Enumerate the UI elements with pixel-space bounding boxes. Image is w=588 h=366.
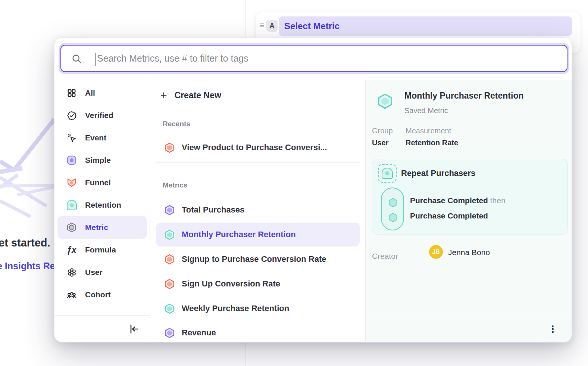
cursor-event-icon <box>66 133 77 143</box>
sidebar-item-label: Simple <box>85 156 111 165</box>
retention-metric-icon <box>377 93 393 109</box>
recents-section-label: Recents <box>163 120 190 128</box>
metric-detail-panel: Monthly Purchaser Retention Saved Metric… <box>366 80 572 342</box>
detail-title: Monthly Purchaser Retention <box>404 91 523 101</box>
user-icon <box>66 267 77 277</box>
funnel-steps-capsule <box>381 187 404 230</box>
metric-item-label: Sign Up Conversion Rate <box>182 279 280 289</box>
list-divider <box>156 162 360 163</box>
retention-metric-icon <box>164 229 175 240</box>
recent-item-label: View Product to Purchase Conversi... <box>182 143 327 152</box>
sidebar-item-label: All <box>85 89 95 97</box>
create-new-label: Create New <box>175 90 221 100</box>
creator-name: Jenna Bono <box>448 248 490 257</box>
verified-badge-icon <box>66 110 77 121</box>
recent-item[interactable]: View Product to Purchase Conversi... <box>156 136 360 159</box>
metric-list-item[interactable]: Sign Up Conversion Rate <box>156 272 360 296</box>
sidebar-item-label: Formula <box>85 245 116 254</box>
sidebar-item-label: Metric <box>85 223 108 232</box>
metrics-section-label: Metrics <box>163 181 188 189</box>
group-label: Group <box>372 127 393 135</box>
sidebar-item-metric[interactable]: Metric <box>57 216 147 239</box>
metric-item-label: Total Purchases <box>182 205 244 215</box>
cohort-icon <box>66 289 77 300</box>
metric-hexagon-icon <box>66 222 77 233</box>
search-input[interactable] <box>61 46 567 71</box>
saved-metric-definition-card: Repeat Purchasers Purchase Completed the… <box>372 159 568 235</box>
metric-list-column: + Create New Recents View Product to Pur… <box>150 80 365 342</box>
retention-cohort-icon <box>378 164 397 183</box>
metric-list-item[interactable]: Total Purchases <box>156 198 360 222</box>
metric-list-item[interactable]: Signup to Purchase Conversion Rate <box>156 247 360 271</box>
step-hexagon-icon <box>388 197 398 208</box>
filter-sidebar: All Verified Event <box>54 82 150 315</box>
metric-list-item-selected[interactable]: Monthly Purchaser Retention <box>156 223 360 246</box>
metric-list-item[interactable]: Weekly Purchase Retention <box>156 297 360 320</box>
formula-icon: ƒx <box>66 245 77 255</box>
detail-subtitle: Saved Metric <box>404 106 448 115</box>
measurement-value: Retention Rate <box>406 139 458 147</box>
metric-item-label: Weekly Purchase Retention <box>182 304 289 313</box>
step-1-text: Purchase Completed then <box>410 196 506 205</box>
sidebar-item-label: Cohort <box>85 290 111 299</box>
retention-icon <box>66 200 77 210</box>
measurement-label: Measurement <box>406 127 451 135</box>
metric-item-label: Signup to Purchase Conversion Rate <box>182 254 326 264</box>
step-hexagon-icon <box>388 212 398 223</box>
metric-item-label: Monthly Purchaser Retention <box>182 230 296 239</box>
sidebar-footer <box>54 315 150 342</box>
saved-card-title: Repeat Purchasers <box>401 168 475 178</box>
creator-label: Creator <box>372 252 398 261</box>
sidebar-item-label: Funnel <box>85 178 111 187</box>
step-2-text: Purchase Completed <box>410 211 488 220</box>
sidebar-item-user[interactable]: User <box>57 261 147 283</box>
funnel-metric-icon <box>164 254 175 265</box>
sidebar-item-funnel[interactable]: Funnel <box>57 171 147 194</box>
metric-item-label: Revenue <box>182 328 216 338</box>
sidebar-item-event[interactable]: Event <box>57 127 147 149</box>
group-value: User <box>372 139 388 147</box>
grid-icon <box>66 88 77 98</box>
sidebar-item-retention[interactable]: Retention <box>57 194 147 216</box>
metric-list-item[interactable]: Revenue <box>156 321 360 342</box>
background-partial-heading: et started. <box>0 237 50 249</box>
drag-handle-icon[interactable]: ≡ <box>258 21 266 30</box>
background-chart-decoration <box>0 108 56 228</box>
collapse-sidebar-icon[interactable] <box>128 323 140 335</box>
metric-picker-modal: All Verified Event <box>54 37 572 342</box>
simple-metric-icon <box>164 205 175 215</box>
background-partial-link[interactable]: e Insights Re <box>0 261 55 272</box>
text-caret <box>96 53 96 66</box>
funnel-metric-icon <box>164 279 175 289</box>
sidebar-item-label: User <box>85 268 103 277</box>
sidebar-item-label: Verified <box>85 111 113 120</box>
sidebar-item-formula[interactable]: ƒx Formula <box>57 239 147 261</box>
metric-a-badge: A <box>266 20 278 32</box>
simple-metric-icon <box>66 155 77 165</box>
creator-avatar: JB <box>429 245 443 259</box>
plus-icon: + <box>160 90 167 101</box>
select-metric-button[interactable]: Select Metric <box>279 16 572 36</box>
sidebar-item-label: Event <box>85 133 106 142</box>
kebab-menu-icon[interactable]: ⋮ <box>548 325 557 334</box>
search-box <box>60 45 567 72</box>
sidebar-item-simple[interactable]: Simple <box>57 149 147 171</box>
simple-metric-icon <box>164 328 175 338</box>
funnel-metric-icon <box>164 142 175 153</box>
funnel-icon <box>66 177 77 188</box>
then-connector: then <box>490 196 506 205</box>
sidebar-item-cohort[interactable]: Cohort <box>57 283 147 306</box>
sidebar-item-label: Retention <box>85 201 121 210</box>
panel-footer-divider <box>366 314 572 314</box>
create-new-button[interactable]: + Create New <box>160 86 221 104</box>
sidebar-item-all[interactable]: All <box>57 82 147 104</box>
retention-metric-icon <box>164 303 175 314</box>
sidebar-item-verified[interactable]: Verified <box>57 104 147 127</box>
